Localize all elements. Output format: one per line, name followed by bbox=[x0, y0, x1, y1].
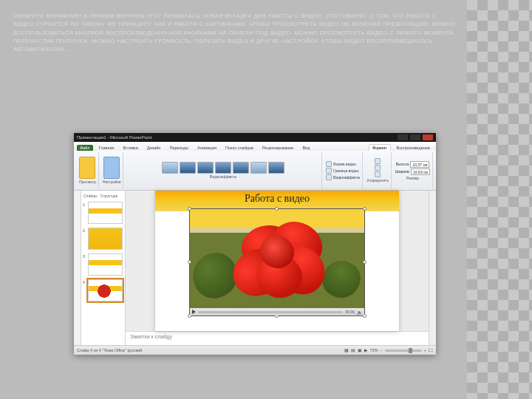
view-reading-icon[interactable]: ▣ bbox=[358, 348, 362, 352]
tab-insert[interactable]: Вставка bbox=[120, 145, 140, 151]
view-sorter-icon[interactable]: ▤ bbox=[351, 348, 355, 352]
page-pattern-strip bbox=[467, 0, 532, 399]
effects-label: Видеоэффекты bbox=[333, 175, 360, 180]
height-field[interactable]: Высота: 10,57 см bbox=[396, 161, 430, 168]
zoom-slider[interactable] bbox=[385, 349, 422, 352]
minimize-button[interactable] bbox=[398, 134, 408, 140]
bring-forward-button[interactable] bbox=[375, 158, 381, 164]
fit-window-button[interactable]: ⛶ bbox=[429, 348, 433, 352]
resize-handle[interactable] bbox=[275, 207, 279, 211]
window-controls bbox=[398, 134, 433, 140]
video-border-option[interactable]: Граница видео bbox=[326, 168, 360, 174]
video-object[interactable]: 00:00 🔈 bbox=[189, 208, 365, 316]
tab-animation[interactable]: Анимация bbox=[194, 145, 219, 151]
slide-thumbnail-panel: Слайды Структура 1 2 3 4 bbox=[81, 191, 126, 345]
maximize-button[interactable] bbox=[410, 134, 420, 140]
group-label-adjust: Настройка bbox=[103, 180, 121, 184]
ribbon-tab-row: Файл Главная Вставка Дизайн Переходы Ани… bbox=[74, 142, 436, 151]
width-value[interactable]: 16,93 см bbox=[411, 168, 430, 175]
slide-thumb-2[interactable]: 2 bbox=[88, 228, 123, 250]
tab-video-playback[interactable]: Воспроизведение bbox=[394, 145, 433, 151]
tab-view[interactable]: Вид bbox=[299, 145, 313, 151]
view-slideshow-icon[interactable]: ▶ bbox=[364, 348, 368, 352]
border-icon bbox=[326, 168, 332, 174]
height-label: Высота: bbox=[396, 162, 410, 166]
vertical-scrollbar[interactable] bbox=[429, 191, 436, 345]
slide-thumb-4[interactable]: 4 bbox=[88, 279, 123, 301]
video-style-thumb[interactable] bbox=[180, 162, 196, 174]
play-preview-button[interactable] bbox=[79, 157, 95, 179]
ribbon-group-adjust: Настройка bbox=[100, 152, 124, 189]
window-title: Презентация1 - Microsoft PowerPoint bbox=[77, 135, 152, 140]
powerpoint-window: Презентация1 - Microsoft PowerPoint Файл… bbox=[74, 133, 436, 355]
thumb-panel-tabs: Слайды Структура bbox=[83, 194, 123, 198]
canvas-wrap: Работа с видео bbox=[126, 191, 429, 345]
video-poster-image bbox=[190, 209, 364, 316]
zoom-knob[interactable] bbox=[409, 348, 412, 353]
group-label-size: Размер bbox=[406, 176, 419, 180]
resize-handle[interactable] bbox=[188, 260, 191, 264]
volume-icon[interactable]: 🔈 bbox=[357, 310, 362, 315]
video-style-thumb[interactable] bbox=[268, 162, 284, 174]
thumb-tab-outline[interactable]: Структура bbox=[100, 194, 118, 198]
play-icon[interactable] bbox=[192, 310, 196, 314]
width-label: Ширина: bbox=[395, 169, 410, 174]
corrections-button[interactable] bbox=[103, 157, 120, 179]
slide-canvas[interactable]: Работа с видео bbox=[126, 191, 429, 331]
slide-thumb-3[interactable]: 3 bbox=[88, 253, 123, 276]
width-field[interactable]: Ширина: 16,93 см bbox=[395, 168, 430, 175]
video-time: 00:00 bbox=[345, 310, 355, 314]
ribbon-group-size: Высота: 10,57 см Ширина: 16,93 см Размер bbox=[393, 152, 433, 189]
shape-label: Форма видео bbox=[333, 162, 356, 166]
ribbon: Просмотр Настройка Видеоэффекты Форма ви… bbox=[74, 151, 436, 191]
workspace: Слайды Структура 1 2 3 4 Работа с видео bbox=[74, 191, 436, 345]
video-shape-option[interactable]: Форма видео bbox=[326, 161, 360, 167]
video-style-thumb[interactable] bbox=[233, 162, 249, 174]
tab-home[interactable]: Главная bbox=[96, 145, 117, 151]
video-style-thumb[interactable] bbox=[215, 162, 231, 174]
video-style-thumb[interactable] bbox=[162, 162, 178, 174]
tab-design[interactable]: Дизайн bbox=[144, 145, 164, 151]
border-label: Граница видео bbox=[333, 168, 359, 173]
tab-transitions[interactable]: Переходы bbox=[166, 145, 191, 151]
video-style-thumb[interactable] bbox=[250, 162, 267, 174]
slide-thumb-1[interactable]: 1 bbox=[88, 202, 123, 224]
group-label-styles: Видеоэффекты bbox=[210, 174, 236, 179]
selection-icon bbox=[375, 171, 381, 177]
tab-file[interactable]: Файл bbox=[77, 145, 93, 151]
close-button[interactable] bbox=[423, 134, 433, 140]
resize-handle[interactable] bbox=[363, 207, 366, 211]
height-value[interactable]: 10,57 см bbox=[410, 161, 429, 168]
status-bar: Слайд 4 из 4 "Тема Office" русский ▦ ▤ ▣… bbox=[74, 345, 436, 355]
video-style-thumb[interactable] bbox=[197, 162, 214, 174]
video-controls-bar: 00:00 🔈 bbox=[190, 308, 364, 316]
tab-slideshow[interactable]: Показ слайдов bbox=[222, 145, 256, 151]
tab-review[interactable]: Рецензирование bbox=[259, 145, 296, 151]
backward-icon bbox=[375, 165, 381, 171]
video-progress-track[interactable] bbox=[198, 311, 343, 313]
ribbon-group-preview: Просмотр bbox=[77, 152, 99, 189]
effects-icon bbox=[326, 174, 332, 180]
ribbon-group-arrange: Упорядочить bbox=[364, 152, 392, 189]
send-backward-button[interactable] bbox=[375, 165, 381, 171]
outline-rail[interactable] bbox=[74, 191, 81, 345]
page-blurb-text: ОБРАТИТЕ ВНИМАНИЕ! В ПРАВОМ ВЕРХНЕМ УГЛУ… bbox=[13, 12, 457, 53]
selection-pane-button[interactable] bbox=[375, 171, 381, 177]
thumb-tab-slides[interactable]: Слайды bbox=[83, 194, 98, 198]
zoom-in-button[interactable]: + bbox=[424, 348, 426, 352]
status-right: ▦ ▤ ▣ ▶ 73% − + ⛶ bbox=[344, 348, 433, 352]
resize-handle[interactable] bbox=[188, 207, 191, 211]
notes-pane[interactable]: Заметки к слайду bbox=[126, 331, 429, 345]
video-style-gallery[interactable] bbox=[162, 162, 284, 174]
group-label-arrange: Упорядочить bbox=[366, 178, 389, 183]
view-normal-icon[interactable]: ▦ bbox=[344, 348, 349, 352]
status-left: Слайд 4 из 4 "Тема Office" русский bbox=[77, 348, 142, 352]
ribbon-group-styles: Видеоэффекты bbox=[125, 152, 322, 189]
slide-title: Работа с видео bbox=[155, 193, 399, 205]
forward-icon bbox=[375, 158, 381, 164]
video-effects-option[interactable]: Видеоэффекты bbox=[326, 174, 360, 180]
tab-video-format[interactable]: Формат bbox=[369, 144, 391, 151]
resize-handle[interactable] bbox=[363, 260, 366, 264]
zoom-out-button[interactable]: − bbox=[381, 348, 383, 352]
ribbon-group-style-options: Форма видео Граница видео Видеоэффекты bbox=[324, 152, 363, 189]
